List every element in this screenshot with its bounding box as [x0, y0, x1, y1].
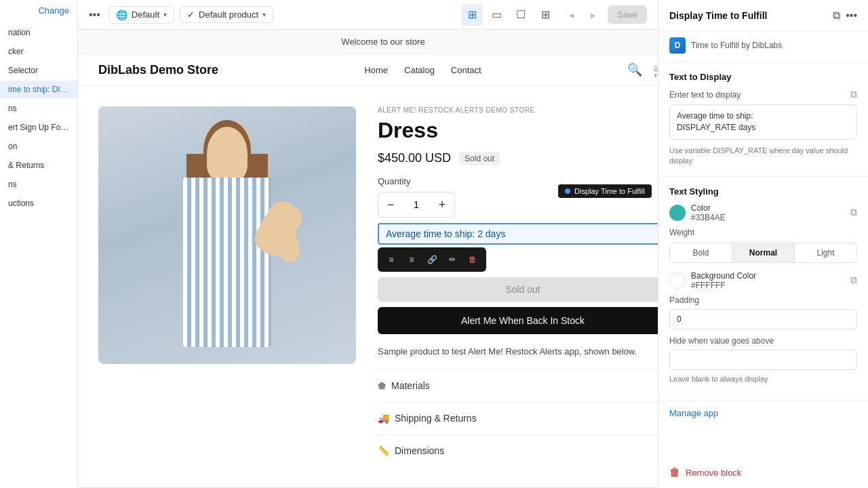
quantity-value: 1 — [403, 199, 430, 210]
sidebar-item-blank1[interactable] — [0, 214, 77, 222]
product-area: ALERT ME! RESTOCK ALERTS DEMO STORE Dres… — [78, 86, 658, 487]
quantity-increase-button[interactable]: + — [430, 192, 454, 217]
check-icon: ✓ — [187, 9, 195, 20]
product-info: ALERT ME! RESTOCK ALERTS DEMO STORE Dres… — [378, 106, 658, 467]
materials-text: Materials — [391, 380, 430, 391]
topbar-left: ••• 🌐 Default ▾ ✓ Default product ▾ — [89, 6, 273, 24]
nav-contact[interactable]: Contact — [451, 65, 481, 75]
sidebar-item-uctions[interactable]: uctions — [0, 195, 77, 212]
bg-color-swatch[interactable] — [669, 272, 686, 289]
default-product-select[interactable]: ✓ Default product ▾ — [180, 6, 273, 23]
copy-icon[interactable]: ⧉ — [833, 9, 840, 22]
sidebar-item-selector[interactable]: Selector — [0, 62, 77, 79]
sidebar-item-blank2[interactable] — [0, 223, 77, 231]
hide-input[interactable] — [669, 350, 857, 370]
alert-button[interactable]: Alert Me When Back In Stock — [378, 307, 658, 334]
text-display-input[interactable]: Average time to ship: DISPLAY_RATE days — [669, 104, 857, 140]
redo-button[interactable]: ▸ — [583, 5, 602, 24]
materials-section[interactable]: ⬟ Materials ⌄ — [378, 369, 658, 402]
link-button[interactable]: 🔗 — [422, 250, 441, 269]
sidebar-item-nation[interactable]: nation — [0, 24, 77, 41]
save-button[interactable]: Save — [608, 5, 647, 24]
hide-row: Hide when value goes above Leave blank t… — [669, 336, 857, 384]
fulfillment-text-box[interactable]: Average time to ship: 2 days — [378, 223, 658, 245]
app-info-row: D Time to Fulfill by DibLabs — [658, 32, 868, 62]
nav-catalog[interactable]: Catalog — [404, 65, 435, 75]
dimensions-label: 📏 Dimensions — [378, 445, 444, 456]
chevron-down-product-icon: ▾ — [262, 11, 266, 18]
app-icon: D — [669, 37, 686, 54]
color-label-group: Color #33B4AE — [669, 203, 726, 222]
sidebar-item-cker[interactable]: cker — [0, 43, 77, 60]
topbar-dots: ••• — [89, 9, 100, 21]
sidebar-item-ns[interactable]: ns — [0, 100, 77, 117]
tablet-view-button[interactable]: ▭ — [486, 4, 507, 26]
enter-text-label: Enter text to display ⧉ — [669, 89, 857, 100]
product-brand: ALERT ME! RESTOCK ALERTS DEMO STORE — [378, 106, 658, 114]
delete-button[interactable]: 🗑 — [463, 250, 482, 269]
remove-block-button[interactable]: 🗑 Remove block — [658, 457, 868, 488]
grid-view-button[interactable]: ⊞ — [534, 4, 556, 26]
change-button[interactable]: Change — [0, 0, 78, 21]
sidebar-item-returns[interactable]: & Returns — [0, 157, 77, 174]
store-banner: Welcome to our store — [78, 30, 658, 54]
left-sidebar-items: nation cker Selector ime to ship: DISPL.… — [0, 21, 77, 234]
undo-button[interactable]: ◂ — [561, 5, 580, 24]
store-logo: DibLabs Demo Store — [98, 63, 218, 77]
sidebar-item-on[interactable]: on — [0, 138, 77, 155]
dimensions-icon: 📏 — [378, 445, 389, 456]
weight-buttons: Bold Normal Light — [669, 243, 857, 263]
weight-normal-button[interactable]: Normal — [732, 243, 795, 262]
chevron-down-icon: ▾ — [163, 11, 167, 18]
right-panel: Display Time to Fulfill ⧉ ••• D Time to … — [658, 0, 868, 488]
padding-row: Padding — [669, 296, 857, 329]
align-left-button[interactable]: ≡ — [382, 250, 401, 269]
app-name: Time to Fulfill by DibLabs — [691, 41, 782, 50]
right-panel-header-icons: ⧉ ••• — [833, 9, 857, 22]
bg-color-field-label: Background Color #FFFFFF — [691, 271, 756, 290]
sidebar-item-ns2[interactable]: ns — [0, 176, 77, 193]
color-copy-icon[interactable]: ⧉ — [850, 207, 857, 218]
text-display-hint: Use variable DISPLAY_RATE where day valu… — [669, 146, 857, 167]
desktop-view-button[interactable]: ⊞ — [461, 4, 483, 26]
topbar-right: ⊞ ▭ ☐ ⊞ ◂ ▸ Save — [461, 4, 647, 26]
cart-icon[interactable]: 🛒 — [653, 62, 658, 77]
default-product-label: Default product — [199, 9, 258, 20]
weight-bold-button[interactable]: Bold — [670, 243, 732, 262]
dimensions-section[interactable]: 📏 Dimensions ⌄ — [378, 434, 658, 467]
quantity-decrease-button[interactable]: − — [378, 192, 403, 217]
padding-input[interactable] — [669, 309, 857, 329]
right-panel-header: Display Time to Fulfill ⧉ ••• — [658, 0, 868, 32]
shipping-section[interactable]: 🚚 Shipping & Returns ⌄ — [378, 402, 658, 434]
nav-home[interactable]: Home — [364, 65, 388, 75]
search-icon[interactable]: 🔍 — [627, 62, 642, 77]
sidebar-item-alert-signup[interactable]: ert Sign Up Form — [0, 119, 77, 136]
fulfillment-dot — [565, 188, 570, 194]
hide-hint: Leave blank to always display — [669, 374, 857, 384]
bg-color-label-group: Background Color #FFFFFF — [669, 271, 756, 290]
product-image — [98, 106, 356, 364]
text-copy-icon[interactable]: ⧉ — [850, 89, 857, 100]
more-options-icon[interactable]: ••• — [846, 9, 857, 22]
color-swatch[interactable] — [669, 205, 686, 221]
weight-light-button[interactable]: Light — [795, 243, 856, 262]
shipping-label: 🚚 Shipping & Returns — [378, 413, 477, 424]
materials-icon: ⬟ — [378, 380, 386, 391]
default-select[interactable]: 🌐 Default ▾ — [108, 6, 174, 24]
sidebar-item-time-to-ship[interactable]: ime to ship: DISPL... — [0, 81, 77, 98]
align-center-button[interactable]: ≡ — [402, 250, 421, 269]
manage-app-link[interactable]: Manage app — [658, 401, 868, 425]
text-to-display-section: Text to Display Enter text to display ⧉ … — [658, 62, 868, 177]
edit-button[interactable]: ✏ — [443, 250, 462, 269]
main-area: ••• 🌐 Default ▾ ✓ Default product ▾ ⊞ ▭ … — [78, 0, 658, 488]
sold-out-button: Sold out — [378, 277, 658, 302]
product-name: Dress — [378, 118, 658, 143]
mobile-view-button[interactable]: ☐ — [510, 4, 532, 26]
bg-color-copy-icon[interactable]: ⧉ — [850, 274, 857, 286]
spacer — [658, 425, 868, 457]
quantity-control[interactable]: − 1 + — [378, 192, 455, 218]
right-panel-title: Display Time to Fulfill — [669, 10, 767, 21]
left-sidebar: Change nation cker Selector ime to ship:… — [0, 0, 78, 488]
trash-icon: 🗑 — [669, 466, 680, 479]
materials-label: ⬟ Materials — [378, 380, 430, 391]
